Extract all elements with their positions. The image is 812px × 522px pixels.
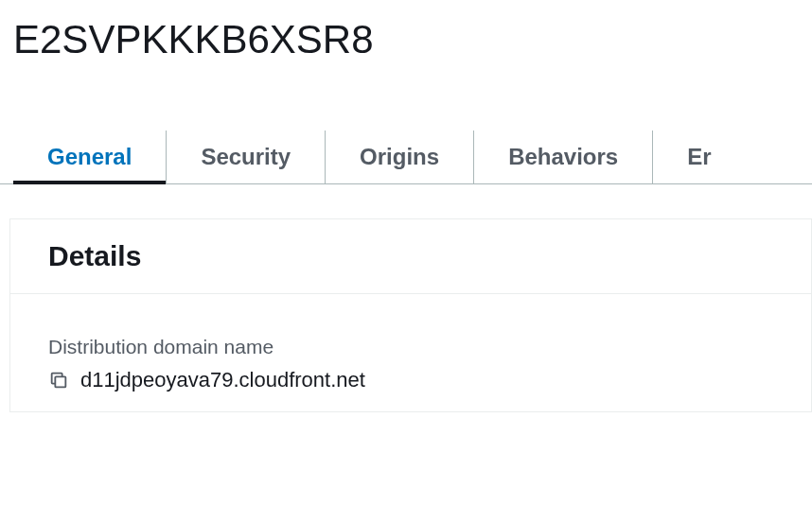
- svg-rect-0: [55, 376, 65, 387]
- tab-label: Security: [201, 144, 291, 170]
- tab-label: Er: [687, 144, 711, 170]
- tab-behaviors[interactable]: Behaviors: [474, 130, 653, 183]
- distribution-domain-name-label: Distribution domain name: [48, 336, 773, 358]
- details-panel: Details Distribution domain name d11jdpe…: [9, 218, 812, 412]
- tab-general[interactable]: General: [13, 130, 167, 183]
- distribution-domain-name-value: d11jdpeoyava79.cloudfront.net: [80, 368, 365, 392]
- tab-label: General: [47, 144, 132, 170]
- details-header: Details: [10, 219, 811, 294]
- details-title: Details: [48, 240, 773, 272]
- tab-errors-partial[interactable]: Er: [653, 130, 745, 183]
- tab-origins[interactable]: Origins: [326, 130, 474, 183]
- tab-label: Behaviors: [508, 144, 618, 170]
- content-area: Details Distribution domain name d11jdpe…: [0, 184, 812, 412]
- details-body: Distribution domain name d11jdpeoyava79.…: [10, 294, 811, 411]
- tabs: General Security Origins Behaviors Er: [0, 91, 812, 184]
- copy-icon[interactable]: [48, 370, 69, 391]
- tab-label: Origins: [360, 144, 439, 170]
- tab-security[interactable]: Security: [167, 130, 326, 183]
- page-title: E2SVPKKKB6XSR8: [0, 0, 812, 91]
- distribution-domain-name-row: d11jdpeoyava79.cloudfront.net: [48, 368, 773, 392]
